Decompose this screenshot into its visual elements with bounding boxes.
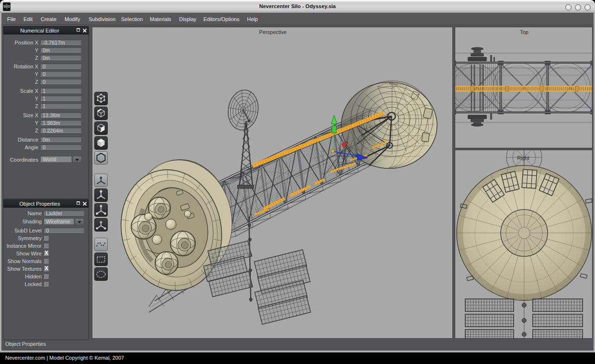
svg-text:Top: Top bbox=[520, 29, 528, 35]
svg-text:Right: Right bbox=[517, 155, 529, 161]
svg-text:Perspective: Perspective bbox=[259, 29, 286, 35]
